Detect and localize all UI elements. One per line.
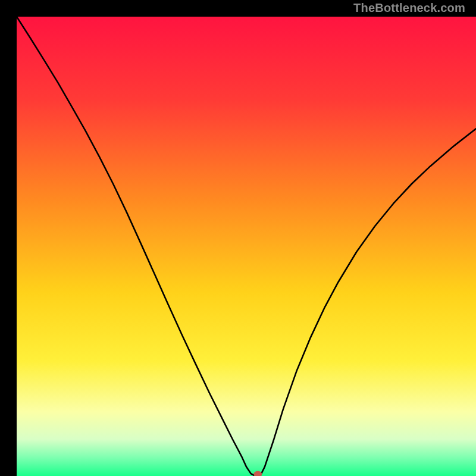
watermark-text: TheBottleneck.com xyxy=(353,1,465,15)
gradient-background xyxy=(17,17,476,476)
bottleneck-chart xyxy=(17,17,476,476)
chart-frame xyxy=(8,8,468,468)
